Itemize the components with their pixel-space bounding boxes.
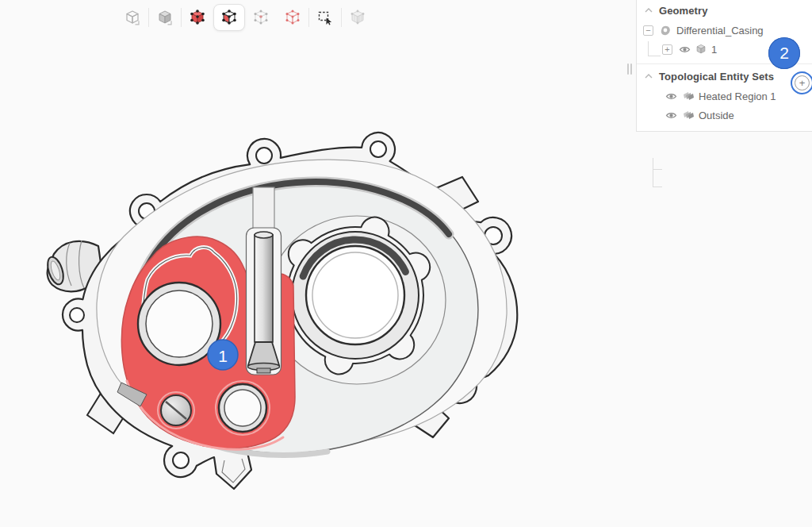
entity-set-label[interactable]: Outside (699, 110, 734, 121)
edge-select-icon (285, 10, 301, 25)
geometry-section-header[interactable]: Geometry (637, 0, 812, 21)
select-faces-button[interactable] (213, 4, 245, 31)
wireframe-cube-icon (124, 10, 140, 25)
svg-text:1: 1 (218, 347, 228, 365)
select-edges-button[interactable] (277, 4, 308, 31)
face-set-icon (682, 110, 694, 121)
section-title: Geometry (659, 5, 708, 17)
annotation-badge-1: 1 (208, 340, 238, 370)
annotation-badge-2: 2 (768, 37, 800, 69)
entity-set-label[interactable]: Heated Region 1 (699, 90, 776, 102)
face-set-icon (682, 90, 694, 102)
pin-shaft[interactable] (247, 228, 282, 375)
section-title: Topological Entity Sets (659, 71, 774, 83)
expand-expander[interactable]: + (662, 44, 672, 55)
select-volumes-button[interactable] (182, 4, 213, 31)
eye-icon[interactable] (679, 44, 691, 56)
wireframe-view-button[interactable] (117, 4, 148, 31)
add-entity-set-button[interactable]: + (795, 75, 810, 90)
small-bore[interactable] (216, 381, 270, 435)
screw-plug[interactable] (158, 392, 194, 429)
select-vertices-button[interactable] (245, 4, 277, 31)
tree-connector (648, 41, 649, 56)
solid-cube-icon (157, 10, 173, 25)
pin-rib (253, 187, 274, 232)
collapse-expander[interactable]: − (643, 25, 653, 36)
tree-row-heated-region[interactable]: Heated Region 1 (637, 87, 812, 106)
tree-row-outside[interactable]: Outside (637, 106, 812, 125)
tree-connector (653, 169, 662, 170)
chevron-up-icon (645, 8, 653, 13)
add-entity-set-highlight-ring: + (791, 71, 812, 94)
face-select-icon (221, 10, 237, 25)
eye-icon[interactable] (665, 90, 677, 102)
box-select-icon (317, 10, 333, 25)
tree-connector (653, 187, 662, 187)
solid-view-button[interactable] (149, 4, 181, 31)
panel-resize-handle[interactable] (627, 63, 633, 75)
tree-connector (648, 56, 661, 56)
part-label[interactable]: Differential_Casing (676, 25, 764, 37)
part-icon (660, 25, 672, 37)
vertex-select-icon (253, 10, 269, 25)
box-select-button[interactable] (309, 4, 341, 31)
chevron-up-icon (645, 74, 653, 79)
volume-select-icon (190, 10, 205, 25)
select-all-cube-icon (350, 10, 366, 25)
eye-icon[interactable] (665, 110, 677, 121)
topological-entity-sets-section: Topological Entity Sets Heated Region 1 (637, 63, 812, 125)
tree-connector (653, 158, 653, 187)
view-selection-toolbar (117, 3, 373, 32)
body-label[interactable]: 1 (711, 44, 717, 56)
solid-body-icon (695, 44, 707, 55)
select-all-button[interactable] (342, 4, 373, 31)
